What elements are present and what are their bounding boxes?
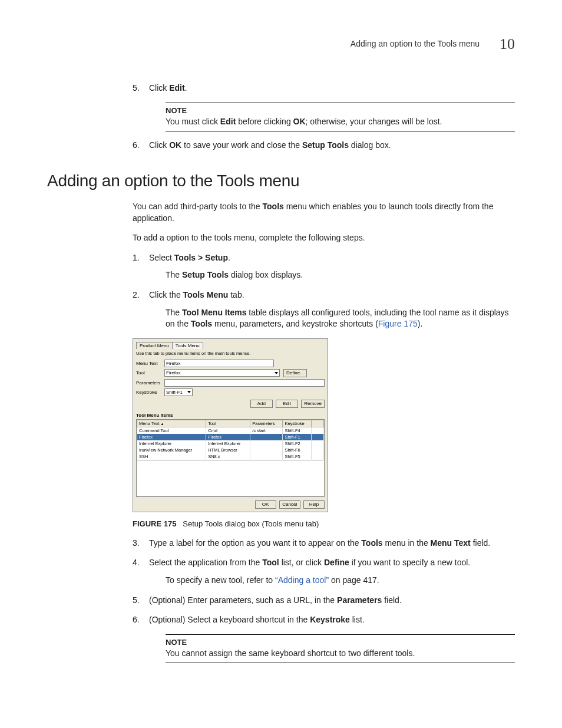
step-1: 1. Select Tools > Setup. The Setup Tools… [133, 252, 515, 281]
setup-tools-dialog: Product MenuTools Menu Use this tab to p… [133, 338, 328, 512]
tab-tools-menu[interactable]: Tools Menu [172, 342, 203, 349]
sort-asc-icon: ▲ [160, 422, 164, 426]
menu-text-label: Menu Text [136, 361, 164, 366]
step-number: 5. [133, 83, 140, 94]
running-header: Adding an option to the Tools menu 10 [47, 35, 515, 53]
step-4: 4. Select the application from the Tool … [133, 557, 515, 586]
step-2: 2. Click the Tools Menu tab. The Tool Me… [133, 289, 515, 330]
tab-product-menu[interactable]: Product Menu [136, 342, 173, 349]
define-button[interactable]: Define... [283, 369, 307, 377]
help-button[interactable]: Help [303, 500, 325, 509]
intro-p1: You can add third-party tools to the Too… [133, 201, 515, 224]
chevron-down-icon [187, 391, 191, 393]
parameters-field[interactable] [164, 379, 325, 387]
ok-button[interactable]: OK [255, 500, 276, 509]
step-6: 6. Click OK to save your work and close … [133, 140, 515, 151]
table-row[interactable]: FirefoxFirefoxShift-F1 [137, 434, 324, 440]
step-4-sub: To specify a new tool, refer to “Adding … [166, 575, 515, 587]
remove-button[interactable]: Remove [301, 400, 325, 408]
add-button[interactable]: Add [250, 400, 273, 408]
step-1-sub: The Setup Tools dialog box displays. [166, 269, 515, 281]
step-5b: 5. (Optional) Enter parameters, such as … [133, 595, 515, 607]
step-3: 3. Type a label for the option as you wa… [133, 538, 515, 549]
table-title: Tool Menu Items [136, 413, 325, 418]
keystroke-label: Keystroke [136, 390, 164, 395]
dialog-hint: Use this tab to place menu items on the … [136, 351, 325, 356]
chapter-number: 10 [500, 35, 515, 52]
cancel-button[interactable]: Cancel [279, 500, 300, 509]
intro-p2: To add a option to the tools menu, compl… [133, 232, 515, 244]
note-box: NOTE You cannot assign the same keyboard… [166, 634, 515, 664]
tool-dropdown[interactable]: Firefox [164, 369, 280, 377]
adding-a-tool-link[interactable]: “Adding a tool” [275, 575, 329, 585]
running-title: Adding an option to the Tools menu [351, 39, 480, 48]
note-label: NOTE [166, 637, 515, 648]
step-number: 6. [133, 140, 140, 151]
col-keystroke[interactable]: Keystroke [283, 420, 312, 427]
note-box: NOTE You must click Edit before clicking… [166, 103, 515, 132]
note-label: NOTE [166, 106, 515, 116]
table-row[interactable]: Internet ExplorerInternet ExplorerShift-… [137, 440, 324, 447]
figure-link[interactable]: Figure 175 [378, 319, 418, 328]
keystroke-dropdown[interactable]: Shift-F1 [164, 388, 193, 396]
table-row[interactable]: Command ToolCmd/c startShift-F4 [137, 427, 324, 434]
figure-caption: FIGURE 175 Setup Tools dialog box (Tools… [133, 519, 515, 528]
col-spacer [312, 420, 324, 427]
col-menu-text[interactable]: Menu Text▲ [137, 420, 206, 427]
col-tool[interactable]: Tool [206, 420, 250, 427]
step-5: 5. Click Edit. NOTE You must click Edit … [133, 83, 515, 131]
parameters-label: Parameters [136, 380, 164, 386]
col-parameters[interactable]: Parameters [250, 420, 283, 427]
table-row[interactable]: SSHSN8.xShift-F5 [137, 453, 324, 460]
chevron-down-icon [275, 372, 278, 374]
tool-label: Tool [136, 370, 164, 375]
table-row[interactable]: IronView Network ManagerHTML BrowserShif… [137, 447, 324, 453]
menu-text-field[interactable]: Firefox [164, 360, 274, 367]
tool-menu-items-table: Menu Text▲ Tool Parameters Keystroke Com… [136, 419, 325, 497]
step-2-sub: The Tool Menu Items table displays all c… [166, 307, 515, 330]
section-heading: Adding an option to the Tools menu [47, 172, 515, 190]
step-6b: 6. (Optional) Select a keyboard shortcut… [133, 614, 515, 663]
edit-button[interactable]: Edit [276, 400, 298, 408]
